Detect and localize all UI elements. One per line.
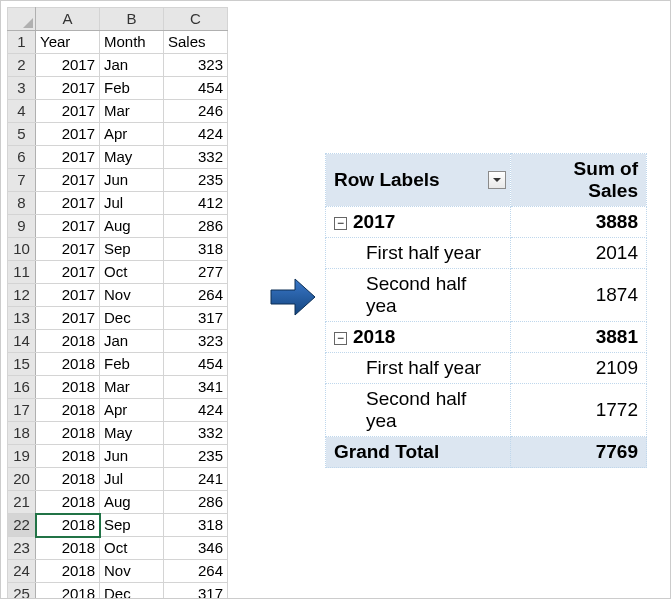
row-header[interactable]: 6 — [8, 146, 36, 169]
pivot-grand-total-label[interactable]: Grand Total — [326, 437, 511, 468]
row-header[interactable]: 7 — [8, 169, 36, 192]
row-header[interactable]: 21 — [8, 491, 36, 514]
cell[interactable]: Oct — [100, 537, 164, 560]
cell[interactable]: Jun — [100, 169, 164, 192]
cell[interactable]: 2017 — [36, 169, 100, 192]
cell[interactable]: 2018 — [36, 445, 100, 468]
row-header[interactable]: 1 — [8, 31, 36, 54]
cell[interactable]: Dec — [100, 583, 164, 600]
cell[interactable]: 2018 — [36, 491, 100, 514]
cell[interactable]: 235 — [164, 445, 228, 468]
cell[interactable]: Oct — [100, 261, 164, 284]
row-header[interactable]: 2 — [8, 54, 36, 77]
cell[interactable]: 412 — [164, 192, 228, 215]
cell[interactable]: Jul — [100, 192, 164, 215]
cell[interactable]: 2017 — [36, 146, 100, 169]
cell[interactable]: 2017 — [36, 284, 100, 307]
row-header[interactable]: 11 — [8, 261, 36, 284]
cell[interactable]: 264 — [164, 284, 228, 307]
cell[interactable]: 2018 — [36, 514, 100, 537]
cell[interactable]: 2017 — [36, 54, 100, 77]
collapse-toggle[interactable]: − — [334, 217, 347, 230]
cell[interactable]: 332 — [164, 422, 228, 445]
cell[interactable]: 318 — [164, 514, 228, 537]
row-header[interactable]: 17 — [8, 399, 36, 422]
cell[interactable]: Aug — [100, 491, 164, 514]
cell[interactable]: 264 — [164, 560, 228, 583]
row-header[interactable]: 3 — [8, 77, 36, 100]
cell[interactable]: 341 — [164, 376, 228, 399]
column-header-a[interactable]: A — [36, 8, 100, 31]
cell[interactable]: 286 — [164, 215, 228, 238]
row-header[interactable]: 9 — [8, 215, 36, 238]
cell[interactable]: 246 — [164, 100, 228, 123]
cell[interactable]: Dec — [100, 307, 164, 330]
row-header[interactable]: 12 — [8, 284, 36, 307]
cell[interactable]: 454 — [164, 353, 228, 376]
cell[interactable]: Feb — [100, 77, 164, 100]
pivot-sub-row[interactable]: First half year — [326, 353, 511, 384]
pivot-sub-row[interactable]: Second half yea — [326, 269, 511, 322]
cell[interactable]: Jun — [100, 445, 164, 468]
row-header[interactable]: 4 — [8, 100, 36, 123]
cell[interactable]: 2017 — [36, 192, 100, 215]
cell[interactable]: 2017 — [36, 100, 100, 123]
pivot-value[interactable]: 1772 — [510, 384, 646, 437]
row-header[interactable]: 22 — [8, 514, 36, 537]
cell[interactable]: 2018 — [36, 583, 100, 600]
cell[interactable]: 235 — [164, 169, 228, 192]
cell[interactable]: Aug — [100, 215, 164, 238]
pivot-year-row[interactable]: −2018 — [326, 322, 511, 353]
cell[interactable]: 2017 — [36, 307, 100, 330]
cell[interactable]: 241 — [164, 468, 228, 491]
cell[interactable]: Mar — [100, 100, 164, 123]
collapse-toggle[interactable]: − — [334, 332, 347, 345]
filter-dropdown-button[interactable] — [488, 171, 506, 189]
row-header[interactable]: 23 — [8, 537, 36, 560]
cell[interactable]: 454 — [164, 77, 228, 100]
cell[interactable]: Apr — [100, 399, 164, 422]
cell[interactable]: 2017 — [36, 261, 100, 284]
cell[interactable]: Jan — [100, 330, 164, 353]
cell[interactable]: Sep — [100, 238, 164, 261]
cell[interactable]: 2018 — [36, 422, 100, 445]
cell[interactable]: Jul — [100, 468, 164, 491]
select-all-corner[interactable] — [8, 8, 36, 31]
cell[interactable]: 318 — [164, 238, 228, 261]
row-header[interactable]: 15 — [8, 353, 36, 376]
column-header-b[interactable]: B — [100, 8, 164, 31]
cell[interactable]: 2018 — [36, 468, 100, 491]
cell[interactable]: 424 — [164, 123, 228, 146]
cell[interactable]: Nov — [100, 284, 164, 307]
cell[interactable]: 332 — [164, 146, 228, 169]
cell[interactable]: 323 — [164, 54, 228, 77]
pivot-sub-row[interactable]: First half year — [326, 238, 511, 269]
row-header[interactable]: 16 — [8, 376, 36, 399]
pivot-value[interactable]: 3888 — [510, 207, 646, 238]
cell[interactable]: 317 — [164, 307, 228, 330]
row-header[interactable]: 25 — [8, 583, 36, 600]
cell[interactable]: Nov — [100, 560, 164, 583]
row-header[interactable]: 24 — [8, 560, 36, 583]
cell[interactable]: Sep — [100, 514, 164, 537]
cell[interactable]: 2017 — [36, 215, 100, 238]
column-header-c[interactable]: C — [164, 8, 228, 31]
cell[interactable]: May — [100, 146, 164, 169]
cell[interactable]: 2018 — [36, 560, 100, 583]
cell[interactable]: 2017 — [36, 77, 100, 100]
pivot-value[interactable]: 3881 — [510, 322, 646, 353]
cell[interactable]: 286 — [164, 491, 228, 514]
row-header[interactable]: 20 — [8, 468, 36, 491]
row-header[interactable]: 14 — [8, 330, 36, 353]
row-header[interactable]: 13 — [8, 307, 36, 330]
cell[interactable]: 2018 — [36, 537, 100, 560]
row-header[interactable]: 5 — [8, 123, 36, 146]
cell[interactable]: 277 — [164, 261, 228, 284]
pivot-value[interactable]: 2014 — [510, 238, 646, 269]
row-header[interactable]: 10 — [8, 238, 36, 261]
row-header[interactable]: 19 — [8, 445, 36, 468]
cell[interactable]: 323 — [164, 330, 228, 353]
pivot-sum-header[interactable]: Sum of Sales — [510, 154, 646, 207]
cell[interactable]: Apr — [100, 123, 164, 146]
cell[interactable]: 2018 — [36, 353, 100, 376]
